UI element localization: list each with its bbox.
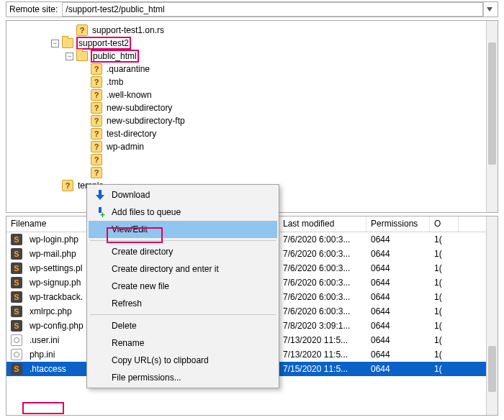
tree-expander (80, 104, 88, 112)
tree-node[interactable]: .tmb (11, 76, 498, 88)
menu-item-label: Create directory and enter it (112, 264, 219, 274)
menu-item-view-edit[interactable]: View/Edit (89, 221, 277, 238)
unknown-folder-icon (91, 154, 102, 165)
remote-path-dropdown[interactable] (483, 2, 495, 17)
file-date: 7/8/2020 3:09:1... (279, 321, 366, 331)
file-owner: 1( (430, 292, 459, 302)
file-perm: 0644 (366, 335, 430, 345)
chevron-down-icon (487, 7, 492, 12)
tree-node-label: support-test2 (76, 37, 131, 50)
file-date: 7/6/2020 6:00:3... (279, 234, 366, 245)
tree-node-label: public_html (91, 50, 139, 63)
file-owner: 1( (430, 350, 459, 360)
tree-node[interactable] (11, 153, 498, 166)
tree-node[interactable]: −support-test2 (11, 37, 498, 50)
file-perm: 0644 (366, 278, 430, 288)
tree-node-label: new-subdirectory (105, 103, 174, 113)
source-file-icon (11, 306, 22, 317)
tree-node[interactable]: test-directory (11, 127, 498, 140)
menu-item-refresh[interactable]: Refresh (89, 295, 277, 312)
remote-path-bar: Remote site: /support-test2/public_html (6, 1, 498, 17)
tree-node[interactable]: wp-admin (11, 140, 498, 153)
tree-expander[interactable]: − (51, 40, 59, 47)
file-date: 7/15/2020 11:5... (279, 364, 366, 374)
source-file-icon (11, 262, 22, 274)
tree-node-label: .well-known (105, 90, 153, 100)
file-perm: 0644 (366, 292, 430, 302)
file-date: 7/6/2020 6:00:3... (279, 292, 366, 302)
file-date: 7/6/2020 6:00:3... (279, 263, 366, 273)
source-file-icon (11, 320, 22, 332)
menu-separator (90, 240, 276, 241)
unknown-folder-icon (91, 167, 102, 178)
tree-node[interactable]: new-subdirectory (11, 101, 498, 114)
unknown-folder-icon (91, 128, 102, 140)
file-date: 7/6/2020 6:00:3... (279, 306, 366, 316)
file-perm: 0644 (366, 350, 430, 360)
menu-item-copy-url-s-to-clipboard[interactable]: Copy URL(s) to clipboard (89, 352, 277, 369)
tree-node-label: support-test1.on.rs (91, 25, 166, 35)
menu-item-label: Create new file (112, 281, 169, 291)
col-last-modified[interactable]: Last modified (279, 216, 366, 232)
menu-item-label: Download (112, 190, 150, 200)
menu-item-add-files-to-queue[interactable]: Add files to queue (89, 204, 277, 221)
config-file-icon (11, 334, 22, 346)
tree-node[interactable]: new-subdirectory-ftp (11, 114, 498, 127)
source-file-icon (11, 291, 22, 303)
tree-expander (51, 182, 59, 190)
remote-tree[interactable]: support-test1.on.rs−support-test2−public… (6, 21, 498, 195)
menu-item-label: Create directory (112, 247, 173, 257)
tree-expander (80, 91, 88, 99)
remote-path-input[interactable]: /support-test2/public_html (62, 2, 483, 17)
tree-expander (80, 130, 88, 138)
tree-node[interactable]: .well-known (11, 88, 498, 101)
menu-item-create-directory-and-enter-it[interactable]: Create directory and enter it (89, 260, 277, 278)
context-menu: DownloadAdd files to queueView/EditCreat… (86, 184, 279, 388)
download-icon (94, 189, 106, 201)
tree-node[interactable]: .quarantine (11, 63, 498, 76)
menu-item-file-permissions[interactable]: File permissions... (89, 369, 277, 386)
source-file-icon (11, 363, 22, 375)
unknown-folder-icon (91, 63, 102, 75)
tree-scrollbar-vertical[interactable] (486, 21, 498, 212)
add-queue-icon (94, 206, 106, 218)
tree-node[interactable] (11, 166, 498, 179)
file-owner: 1( (430, 263, 459, 273)
tree-node-label: new-subdirectory-ftp (105, 116, 186, 126)
tree-expander[interactable]: − (66, 52, 73, 60)
unknown-folder-icon (91, 141, 102, 152)
menu-item-download[interactable]: Download (89, 186, 277, 204)
menu-item-label: Rename (112, 338, 144, 348)
menu-item-delete[interactable]: Delete (89, 317, 277, 334)
file-owner: 1( (430, 249, 459, 259)
unknown-folder-icon (76, 24, 88, 36)
source-file-icon (11, 234, 22, 245)
file-owner: 1( (430, 321, 459, 331)
config-file-icon (11, 349, 22, 360)
tree-node-label: test-directory (105, 129, 158, 139)
file-owner: 1( (430, 364, 459, 374)
menu-item-create-new-file[interactable]: Create new file (89, 278, 277, 295)
menu-item-label: Copy URL(s) to clipboard (112, 355, 209, 365)
menu-item-rename[interactable]: Rename (89, 334, 277, 352)
folder-icon (62, 38, 73, 48)
tree-expander (80, 117, 88, 125)
source-file-icon (11, 248, 22, 260)
tree-node[interactable]: −public_html (11, 50, 498, 63)
files-scrollbar-vertical[interactable] (486, 216, 498, 415)
col-owner[interactable]: O (430, 216, 459, 232)
tree-expander (80, 143, 88, 151)
svg-marker-0 (487, 7, 492, 12)
folder-icon (76, 51, 88, 61)
file-owner: 1( (430, 278, 459, 288)
tree-node[interactable]: support-test1.on.rs (11, 24, 498, 37)
col-permissions[interactable]: Permissions (366, 216, 430, 232)
file-perm: 0644 (366, 263, 430, 273)
file-perm: 0644 (366, 321, 430, 331)
tree-expander (80, 169, 88, 177)
menu-item-create-directory[interactable]: Create directory (89, 243, 277, 260)
file-owner: 1( (430, 335, 459, 345)
unknown-folder-icon (91, 76, 102, 88)
tree-expander (66, 27, 73, 35)
file-perm: 0644 (366, 306, 430, 316)
